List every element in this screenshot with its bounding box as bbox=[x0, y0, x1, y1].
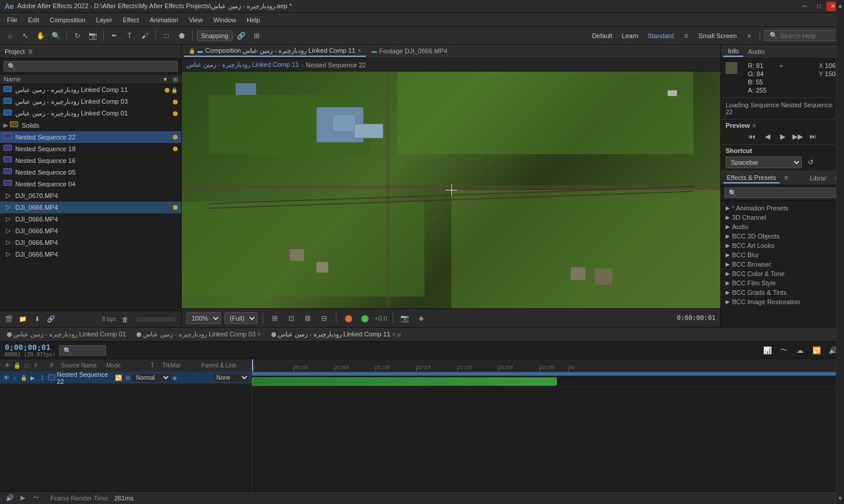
shape-pen[interactable]: ⬟ bbox=[175, 29, 188, 42]
timeline-tab-close-icon[interactable]: × bbox=[257, 331, 261, 338]
effects-item-bcc-image[interactable]: ▶ BCC Image Restoration bbox=[721, 297, 844, 307]
preview-first-button[interactable]: ⏮ bbox=[746, 131, 758, 142]
breadcrumb-root[interactable]: رودبارچیره - زمین عباس Linked Comp 11 bbox=[186, 61, 299, 69]
workspace-default[interactable]: Default bbox=[588, 31, 616, 40]
toggle-video-status[interactable]: ▶ bbox=[18, 493, 28, 503]
search-bar[interactable]: 🔍 bbox=[764, 30, 840, 41]
toggle-audio-status[interactable]: 🔊 bbox=[5, 493, 15, 503]
timeline-graph-button[interactable]: 📊 bbox=[761, 344, 774, 357]
project-item-dji0666-1[interactable]: ▷ DJI_0666.MP4 bbox=[0, 202, 181, 213]
visibility-icon[interactable]: 👁 bbox=[2, 374, 11, 382]
effects-item-bcc-blur[interactable]: ▶ BCC Blur bbox=[721, 250, 844, 260]
project-item[interactable]: رودبارچیره - زمین عباس Linked Comp 01 bbox=[0, 108, 181, 120]
render-button[interactable]: ◈ bbox=[415, 312, 428, 325]
text-tool[interactable]: T bbox=[123, 29, 136, 42]
effects-item-bcc-browser[interactable]: ▶ BCC Browser bbox=[721, 260, 844, 269]
project-item-dji0666-5[interactable]: ▷ DJI_0666.MP4 bbox=[0, 248, 181, 260]
project-menu-icon[interactable]: ≡ bbox=[28, 47, 32, 56]
effects-item-bcc-film[interactable]: ▶ BCC Film Style bbox=[721, 278, 844, 288]
pen-tool[interactable]: ✒ bbox=[108, 29, 121, 42]
timeline-clip[interactable] bbox=[252, 377, 557, 386]
timeline-tab-active-close-icon[interactable]: × bbox=[392, 331, 396, 338]
tab-audio[interactable]: Audio bbox=[743, 47, 769, 56]
delete-button[interactable]: 🗑 bbox=[120, 314, 131, 325]
viewer-tab-footage[interactable]: ▬ Footage DJI_0666.MP4 bbox=[367, 46, 452, 57]
snapping-button[interactable]: Snapping bbox=[197, 30, 233, 41]
hand-tool[interactable]: ✋ bbox=[34, 29, 47, 42]
new-composition-button[interactable]: 🎬 bbox=[4, 314, 14, 325]
menu-layer[interactable]: Layer bbox=[91, 15, 117, 25]
project-item-dji0670[interactable]: ▷ DJI_0670.MP4 bbox=[0, 190, 181, 202]
effects-item-bcc-3d[interactable]: ▶ BCC 3D Objects bbox=[721, 231, 844, 241]
zoom-tool[interactable]: 🔍 bbox=[49, 29, 62, 42]
preview-prev-button[interactable]: ◀ bbox=[761, 131, 774, 142]
menu-effect[interactable]: Effect bbox=[118, 15, 144, 25]
region-button[interactable]: ⊡ bbox=[285, 312, 298, 325]
preview-last-button[interactable]: ⏭ bbox=[806, 131, 819, 142]
effects-item-bcc-art[interactable]: ▶ BCC Art Looks bbox=[721, 241, 844, 250]
import-button[interactable]: ⬇ bbox=[32, 314, 42, 325]
timeline-search-input[interactable] bbox=[59, 345, 106, 356]
effects-item-audio[interactable]: ▶ Audio bbox=[721, 222, 844, 231]
menu-animation[interactable]: Animation bbox=[145, 15, 183, 25]
toggle-motion-blur-status[interactable]: 〜 bbox=[30, 493, 41, 503]
effects-item-animation-presets[interactable]: ▶ * Animation Presets bbox=[721, 203, 844, 213]
shape-rect[interactable]: □ bbox=[160, 29, 173, 42]
quality-select[interactable]: (Full) bbox=[224, 312, 257, 324]
grid-icon[interactable]: ⊞ bbox=[250, 29, 263, 42]
shortcut-reset-button[interactable]: ↺ bbox=[804, 157, 817, 168]
timeline-tab-comp01[interactable]: رودبارچیره - زمین عباس Linked Comp 01 bbox=[2, 329, 131, 339]
project-item-ns16[interactable]: Nested Sequence 16 bbox=[0, 155, 181, 166]
tab-effects-presets[interactable]: Effects & Presets bbox=[723, 173, 780, 183]
workspace-chevron-icon[interactable]: » bbox=[743, 29, 755, 42]
shortcut-select[interactable]: Spacebar bbox=[726, 156, 802, 168]
project-item-ns22[interactable]: Nested Sequence 22 bbox=[0, 131, 181, 143]
timeline-motion-button[interactable]: 〜 bbox=[777, 344, 790, 357]
new-folder-button[interactable]: 📁 bbox=[18, 314, 28, 325]
timeline-tab-comp11[interactable]: رودبارچیره - زمین عباس Linked Comp 11 × … bbox=[267, 329, 406, 339]
tab-info[interactable]: Info bbox=[723, 46, 743, 57]
mode-select[interactable]: Normal bbox=[132, 374, 171, 382]
collapse-icon[interactable]: ▶ bbox=[28, 374, 36, 382]
timeline-tab-menu-icon[interactable]: ≡ bbox=[397, 331, 401, 338]
toggle-channels-button[interactable]: ⊟ bbox=[318, 312, 331, 325]
project-search-input[interactable] bbox=[4, 61, 178, 71]
parent-select[interactable]: None bbox=[214, 374, 249, 382]
menu-help[interactable]: Help bbox=[242, 15, 265, 25]
timeline-loop-button[interactable]: 🔁 bbox=[810, 344, 823, 357]
fit-to-view-button[interactable]: ⊞ bbox=[268, 312, 281, 325]
effects-item-3d-channel[interactable]: ▶ 3D Channel bbox=[721, 213, 844, 222]
project-item-dji0666-2[interactable]: ▷ DJI_0666.MP4 bbox=[0, 213, 181, 225]
color-correction-button[interactable]: ⬤ bbox=[342, 312, 355, 325]
project-item-dji0666-3[interactable]: ▷ DJI_0666.MP4 bbox=[0, 225, 181, 237]
maximize-button[interactable]: □ bbox=[812, 2, 825, 11]
brush-tool[interactable]: 🖌 bbox=[138, 29, 151, 42]
timeline-draft-button[interactable]: ☁ bbox=[794, 344, 806, 357]
menu-window[interactable]: Window bbox=[209, 15, 241, 25]
select-tool[interactable]: ↖ bbox=[19, 29, 32, 42]
project-item-dji0666-4[interactable]: ▷ DJI_0666.MP4 bbox=[0, 237, 181, 248]
preview-play-button[interactable]: ▶ bbox=[776, 131, 789, 142]
transparency-button[interactable]: ⊠ bbox=[301, 312, 314, 325]
project-item-ns05[interactable]: Nested Sequence 05 bbox=[0, 166, 181, 178]
playhead[interactable] bbox=[252, 359, 253, 372]
rotate-tool[interactable]: ↻ bbox=[71, 29, 84, 42]
effects-item-bcc-color[interactable]: ▶ BCC Color & Tone bbox=[721, 269, 844, 278]
menu-view[interactable]: View bbox=[184, 15, 207, 25]
magnet-icon[interactable]: 🔗 bbox=[235, 29, 248, 42]
viewer-tab-comp11[interactable]: 🔒 ▬ Composition رودبارچیره - زمین عباس L… bbox=[184, 46, 366, 57]
workspace-standard[interactable]: Standard bbox=[644, 31, 678, 40]
tab-effects-menu[interactable]: ≡ bbox=[781, 173, 791, 183]
tab-library[interactable]: Librar bbox=[806, 173, 830, 183]
workspace-learn[interactable]: Learn bbox=[618, 31, 642, 40]
camera-tool[interactable]: 📷 bbox=[86, 29, 99, 42]
effects-search-input[interactable] bbox=[724, 188, 840, 198]
search-input[interactable] bbox=[780, 32, 835, 39]
motion-blur-icon[interactable]: ◉ bbox=[171, 374, 179, 382]
channels-button[interactable]: ⬤ bbox=[358, 312, 371, 325]
lock-icon[interactable]: 🔒 bbox=[19, 374, 28, 382]
home-button[interactable]: ⌂ bbox=[4, 29, 16, 42]
menu-file[interactable]: File bbox=[2, 15, 22, 25]
timeline-tab-comp03[interactable]: رودبارچیره - زمین عباس Linked Comp 03 × bbox=[132, 329, 266, 339]
project-item[interactable]: رودبارچیره - زمین عباس Linked Comp 11 🔒 bbox=[0, 84, 181, 96]
